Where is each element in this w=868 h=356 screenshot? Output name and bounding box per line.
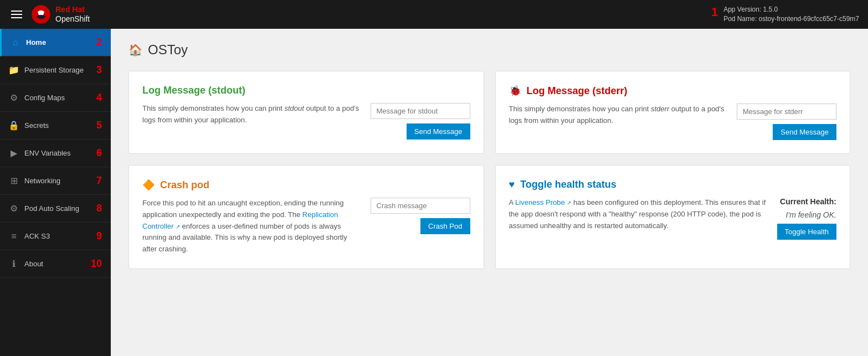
stdout-send-button[interactable]: Send Message	[407, 123, 470, 140]
stdout-card-body: This simply demonstrates how you can pri…	[142, 103, 470, 140]
sidebar-label-about: About	[24, 260, 43, 268]
stderr-send-button[interactable]: Send Message	[773, 124, 836, 140]
health-card-title: Toggle health status	[520, 179, 617, 190]
heart-icon: ♥	[509, 179, 515, 190]
redhat-logo-icon	[31, 4, 51, 24]
sidebar-item-networking[interactable]: ⊞ Networking 7	[0, 167, 111, 195]
sidebar-label-pod-auto-scaling: Pod Auto Scaling	[24, 204, 79, 213]
sidebar-item-about[interactable]: ℹ About 10	[0, 250, 111, 278]
stderr-card-title: Log Message (stderr)	[527, 85, 628, 97]
crash-card-header: 🔶 Crash pod	[142, 179, 470, 191]
sidebar-label-env-variables: ENV Variables	[24, 149, 71, 157]
pod-name-line: Pod Name: ostoy-frontend-69cfcc65c7-c59m…	[723, 14, 859, 24]
sidebar-label-persistent-storage: Persistent Storage	[24, 66, 84, 74]
stderr-card-header: 🐞 Log Message (stderr)	[509, 85, 837, 97]
house-icon: 🏠	[129, 43, 142, 56]
sidebar-label-home: Home	[26, 38, 46, 47]
sidebar-number-env-variables: 6	[96, 147, 102, 159]
external-link-icon: ↗	[176, 224, 180, 230]
app-version-line: App Version: 1.5.0	[723, 5, 859, 14]
sidebar: ⌂ Home 2 📁 Persistent Storage 3 ⚙ Config…	[0, 29, 111, 356]
sidebar-number-networking: 7	[96, 175, 102, 187]
crash-card-text: Force this pod to hit an uncaught except…	[142, 198, 362, 255]
home-icon: ⌂	[11, 38, 20, 48]
brand-name: Red Hat OpenShift	[55, 5, 90, 24]
scale-icon: ⚙	[9, 204, 19, 214]
stderr-card-body: This simply demonstrates how you can pri…	[509, 104, 837, 140]
health-status-area: Current Health: I'm feeling OK. Toggle H…	[777, 197, 837, 240]
sidebar-item-secrets[interactable]: 🔒 Secrets 5	[0, 112, 111, 140]
stdout-message-input[interactable]	[371, 103, 470, 119]
crash-card-actions: Crash Pod	[371, 198, 470, 234]
brand-logo: Red Hat OpenShift	[31, 4, 90, 24]
toggle-health-button[interactable]: Toggle Health	[777, 224, 837, 240]
liveness-probe-link[interactable]: Liveness Probe ↗	[515, 198, 571, 207]
stderr-card-text: This simply demonstrates how you can pri…	[509, 104, 728, 127]
stdout-card-title: Log Message (stdout)	[142, 85, 245, 96]
crash-message-input[interactable]	[371, 198, 470, 214]
sidebar-number-persistent-storage: 3	[96, 64, 102, 76]
sidebar-item-pod-auto-scaling[interactable]: ⚙ Pod Auto Scaling 8	[0, 195, 111, 223]
lock-icon: 🔒	[9, 121, 19, 131]
version-info-area: 1 App Version: 1.5.0 Pod Name: ostoy-fro…	[711, 5, 859, 24]
sidebar-item-persistent-storage[interactable]: 📁 Persistent Storage 3	[0, 56, 111, 84]
stderr-message-input[interactable]	[737, 104, 836, 120]
top-navigation: Red Hat OpenShift 1 App Version: 1.5.0 P…	[0, 0, 868, 29]
health-card: ♥ Toggle health status A Liveness Probe …	[495, 165, 851, 269]
health-status-value: I'm feeling OK.	[786, 210, 836, 219]
info-icon: ℹ	[9, 259, 19, 269]
hamburger-menu[interactable]	[9, 8, 24, 20]
storage-icon: 📁	[9, 65, 19, 75]
stdout-card-actions: Send Message	[371, 103, 470, 140]
stdout-card: Log Message (stdout) This simply demonst…	[129, 71, 484, 154]
sidebar-label-config-maps: Config Maps	[24, 94, 65, 102]
current-health-label: Current Health:	[780, 197, 836, 206]
sidebar-number-config-maps: 4	[96, 92, 102, 104]
crash-card: 🔶 Crash pod Force this pod to hit an unc…	[129, 165, 484, 269]
sidebar-number-about: 10	[91, 258, 102, 270]
stdout-card-header: Log Message (stdout)	[142, 85, 470, 96]
health-card-body: A Liveness Probe ↗ has been configured o…	[509, 197, 837, 240]
version-badge: 1	[711, 5, 718, 19]
sidebar-label-networking: Networking	[24, 177, 60, 185]
sidebar-label-secrets: Secrets	[24, 121, 49, 130]
sidebar-item-home[interactable]: ⌂ Home 2	[0, 29, 111, 56]
crash-icon: 🔶	[142, 179, 155, 191]
crash-card-title: Crash pod	[160, 179, 209, 191]
page-title-area: 🏠 OSToy	[129, 42, 850, 58]
page-title: OSToy	[148, 42, 188, 58]
stderr-card: 🐞 Log Message (stderr) This simply demon…	[495, 71, 851, 154]
crash-card-body: Force this pod to hit an uncaught except…	[142, 198, 470, 255]
version-details: App Version: 1.5.0 Pod Name: ostoy-front…	[723, 5, 859, 24]
sidebar-item-ack-s3[interactable]: ≡ ACK S3 9	[0, 223, 111, 250]
sidebar-item-config-maps[interactable]: ⚙ Config Maps 4	[0, 84, 111, 112]
network-icon: ⊞	[9, 176, 19, 186]
sidebar-number-home: 2	[96, 37, 102, 48]
sidebar-item-env-variables[interactable]: ▶ ENV Variables 6	[0, 140, 111, 167]
main-content: 🏠 OSToy Log Message (stdout) This simply…	[111, 29, 868, 356]
sidebar-number-secrets: 5	[96, 120, 102, 131]
bug-icon: 🐞	[509, 85, 521, 97]
stdout-card-text: This simply demonstrates how you can pri…	[142, 103, 362, 126]
health-card-header: ♥ Toggle health status	[509, 179, 837, 190]
sidebar-number-pod-auto-scaling: 8	[96, 203, 102, 214]
health-card-text: A Liveness Probe ↗ has been configured o…	[509, 197, 768, 231]
stderr-card-actions: Send Message	[737, 104, 836, 140]
sidebar-number-ack-s3: 9	[96, 230, 102, 242]
database-icon: ≡	[9, 231, 19, 241]
sidebar-label-ack-s3: ACK S3	[24, 232, 50, 240]
config-icon: ⚙	[9, 93, 19, 103]
terminal-icon: ▶	[9, 148, 19, 158]
cards-grid: Log Message (stdout) This simply demonst…	[129, 71, 850, 269]
crash-pod-button[interactable]: Crash Pod	[420, 218, 470, 234]
